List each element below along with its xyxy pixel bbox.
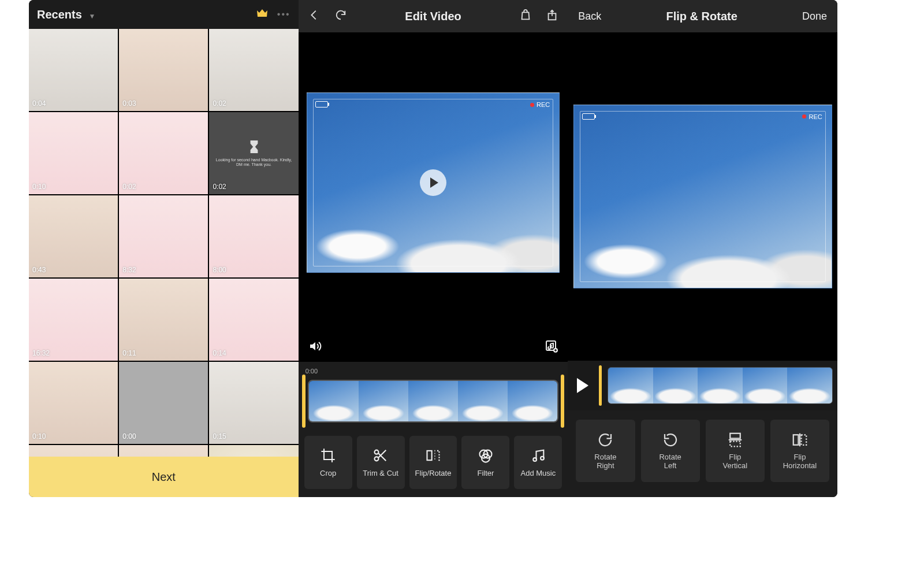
svg-rect-16 bbox=[730, 442, 740, 447]
media-thumb[interactable]: 0:15 bbox=[209, 362, 298, 444]
back-button[interactable]: Back bbox=[578, 10, 601, 23]
filter-icon bbox=[478, 447, 494, 464]
timeline-time: 0:00 bbox=[305, 368, 565, 375]
add-music-shortcut-icon[interactable] bbox=[545, 339, 558, 355]
flip-vertical-tool[interactable]: FlipVertical bbox=[706, 420, 765, 482]
back-icon[interactable] bbox=[308, 9, 321, 24]
battery-icon bbox=[582, 113, 595, 120]
gallery-header: Recents ▼ ••• bbox=[29, 0, 299, 29]
svg-point-13 bbox=[541, 457, 544, 460]
flip-horizontal-tool[interactable]: FlipHorizontal bbox=[770, 420, 829, 482]
svg-point-12 bbox=[533, 458, 536, 461]
media-grid: 0:04 0:03 0:02 0:10 0:02 Looking for sec… bbox=[29, 29, 299, 457]
trim-cut-tool[interactable]: Trim & Cut bbox=[357, 436, 405, 489]
more-icon[interactable]: ••• bbox=[277, 9, 290, 20]
media-thumb[interactable]: 0:11 bbox=[119, 279, 208, 361]
premium-crown-icon[interactable] bbox=[255, 6, 269, 23]
done-button[interactable]: Done bbox=[802, 10, 827, 23]
media-thumb[interactable] bbox=[119, 445, 208, 457]
media-thumb[interactable]: 0:10 bbox=[29, 362, 118, 444]
media-thumb[interactable]: 0:04 bbox=[29, 29, 118, 111]
svg-point-4 bbox=[375, 450, 379, 454]
flip-rotate-panel: Back Flip & Rotate Done REC RotateRight bbox=[568, 0, 837, 497]
crop-icon bbox=[320, 447, 336, 464]
flip-rotate-toolbar: RotateRight RotateLeft FlipVertical Flip… bbox=[568, 410, 837, 497]
media-thumb[interactable] bbox=[29, 445, 118, 457]
play-button[interactable] bbox=[572, 375, 593, 396]
rotate-right-icon bbox=[597, 431, 614, 449]
timeline-handle-right[interactable] bbox=[561, 375, 564, 428]
next-button[interactable]: Next bbox=[29, 457, 299, 497]
video-preview[interactable]: REC bbox=[299, 32, 568, 333]
share-icon[interactable] bbox=[546, 9, 558, 24]
timeline-handle[interactable] bbox=[599, 365, 602, 406]
timeline-handle-left[interactable] bbox=[302, 375, 305, 428]
add-music-tool[interactable]: Add Music bbox=[514, 436, 562, 489]
timeline-row bbox=[568, 361, 837, 410]
crop-tool[interactable]: Crop bbox=[304, 436, 352, 489]
rotate-right-tool[interactable]: RotateRight bbox=[576, 420, 635, 482]
flip-rotate-header: Back Flip & Rotate Done bbox=[568, 0, 837, 32]
media-thumb[interactable]: 8:00 bbox=[209, 195, 298, 277]
screen-title: Edit Video bbox=[405, 10, 461, 23]
media-thumb[interactable]: 0:00 bbox=[119, 362, 208, 444]
video-preview[interactable]: REC bbox=[568, 32, 837, 361]
battery-icon bbox=[315, 101, 328, 108]
svg-rect-17 bbox=[793, 435, 799, 445]
svg-rect-19 bbox=[801, 435, 806, 445]
media-thumb[interactable]: 0:10 bbox=[29, 112, 118, 194]
bag-icon[interactable] bbox=[519, 9, 532, 24]
preview-controls bbox=[299, 333, 568, 362]
media-thumb[interactable]: 16:32 bbox=[29, 279, 118, 361]
flip-rotate-tool[interactable]: Flip/Rotate bbox=[409, 436, 457, 489]
timeline-clips[interactable] bbox=[308, 380, 559, 423]
media-thumb[interactable]: 8:32 bbox=[119, 195, 208, 277]
redo-icon[interactable] bbox=[334, 9, 347, 24]
rotate-left-icon bbox=[662, 431, 679, 449]
gallery-panel: Recents ▼ ••• 0:04 0:03 0:02 0:10 0:02 L… bbox=[29, 0, 299, 497]
play-button[interactable] bbox=[420, 169, 446, 196]
scissors-icon bbox=[372, 447, 389, 464]
album-title: Recents bbox=[37, 8, 82, 21]
screen-title: Flip & Rotate bbox=[601, 10, 802, 23]
viewfinder-frame bbox=[580, 111, 826, 282]
media-thumb[interactable]: 0:43 bbox=[29, 195, 118, 277]
music-icon bbox=[530, 447, 546, 464]
rec-indicator: REC bbox=[802, 113, 822, 120]
flip-vertical-icon bbox=[726, 431, 744, 449]
timeline-clips[interactable] bbox=[608, 367, 833, 404]
rec-indicator: REC bbox=[530, 101, 550, 108]
album-dropdown[interactable]: Recents ▼ bbox=[37, 8, 95, 21]
flip-icon bbox=[425, 447, 441, 464]
media-thumb[interactable]: 0:02 bbox=[209, 29, 298, 111]
media-thumb[interactable]: 0:03 bbox=[119, 29, 208, 111]
media-thumb[interactable]: 0:02 bbox=[119, 112, 208, 194]
svg-point-5 bbox=[375, 457, 379, 461]
edit-video-panel: Edit Video REC 0:00 bbox=[299, 0, 568, 497]
media-thumb[interactable] bbox=[209, 445, 298, 457]
volume-icon[interactable] bbox=[308, 339, 322, 355]
media-thumb[interactable]: 0:14 bbox=[209, 279, 298, 361]
rotate-left-tool[interactable]: RotateLeft bbox=[641, 420, 700, 482]
timeline[interactable]: 0:00 bbox=[299, 362, 568, 428]
svg-rect-14 bbox=[730, 433, 740, 439]
flip-horizontal-icon bbox=[791, 431, 808, 449]
edit-header: Edit Video bbox=[299, 0, 568, 32]
chevron-down-icon: ▼ bbox=[88, 12, 95, 20]
edit-toolbar: Crop Trim & Cut Flip/Rotate Filter Add M… bbox=[299, 428, 568, 497]
media-thumb-selected[interactable]: Looking for second hand Macbook. Kindly,… bbox=[209, 112, 298, 194]
svg-rect-8 bbox=[427, 451, 432, 460]
filter-tool[interactable]: Filter bbox=[461, 436, 509, 489]
